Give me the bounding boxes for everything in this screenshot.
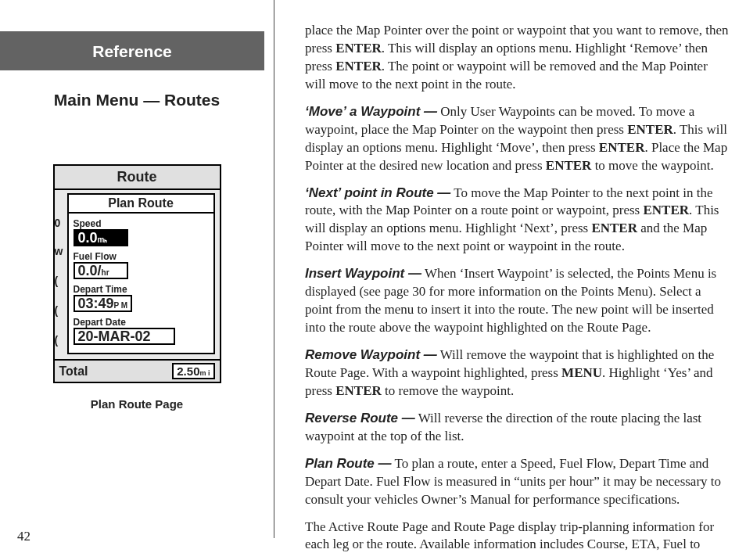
paragraph: Reverse Route — Will reverse the directi… [305, 410, 729, 446]
paragraph: ‘Next’ point in Route — To move the Map … [305, 185, 729, 257]
section-title: Main Menu — Routes [23, 91, 250, 109]
paragraph: ‘Move’ a Waypoint — Only User Waypoints … [305, 103, 729, 175]
device-screenshot: Route Plan Route 0 w ( ( ( Speed 0.0mₕ F… [53, 164, 221, 411]
side-marker: ( [55, 303, 63, 332]
footer-total-label: Total [59, 364, 88, 379]
keyword-insert: Insert Waypoint — [305, 266, 421, 281]
paragraph: place the Map Pointer over the point or … [305, 22, 729, 94]
paragraph: Remove Waypoint — Will remove the waypoi… [305, 346, 729, 400]
body-text: place the Map Pointer over the point or … [274, 0, 746, 560]
keyword-plan: Plan Route — [305, 456, 392, 471]
depart-time-label: Depart Time [74, 284, 209, 295]
side-marker-0: 0 [55, 214, 63, 243]
fuel-flow-label: Fuel Flow [74, 251, 209, 262]
device-title: Route [55, 166, 220, 190]
paragraph: Insert Waypoint — When ‘Insert Waypoint’… [305, 265, 729, 337]
speed-label: Speed [74, 218, 209, 229]
paragraph: Plan Route — To plan a route, enter a Sp… [305, 455, 729, 509]
keyword-move: ‘Move’ a Waypoint — [305, 104, 437, 119]
side-marker: ( [55, 273, 63, 303]
keyword-next: ‘Next’ point in Route — [305, 185, 450, 200]
paragraph: The Active Route Page and Route Page dis… [305, 519, 729, 555]
depart-date-label: Depart Date [74, 317, 209, 328]
device-subtitle: Plan Route [67, 193, 215, 212]
page-number: 42 [17, 529, 30, 544]
fuel-flow-value: 0.0/hr [74, 262, 128, 279]
side-marker-w: w [55, 243, 63, 273]
depart-time-value: 03:49P M [74, 295, 133, 312]
side-marker: ( [55, 332, 63, 362]
depart-date-value: 20-MAR-02 [74, 328, 175, 345]
screenshot-caption: Plan Route Page [53, 397, 221, 411]
keyword-remove: Remove Waypoint — [305, 347, 437, 362]
keyword-reverse: Reverse Route — [305, 411, 415, 425]
sidebar-tab: Reference [0, 31, 264, 70]
speed-value: 0.0mₕ [74, 229, 128, 246]
footer-total-value: 2.50m i [172, 363, 214, 379]
